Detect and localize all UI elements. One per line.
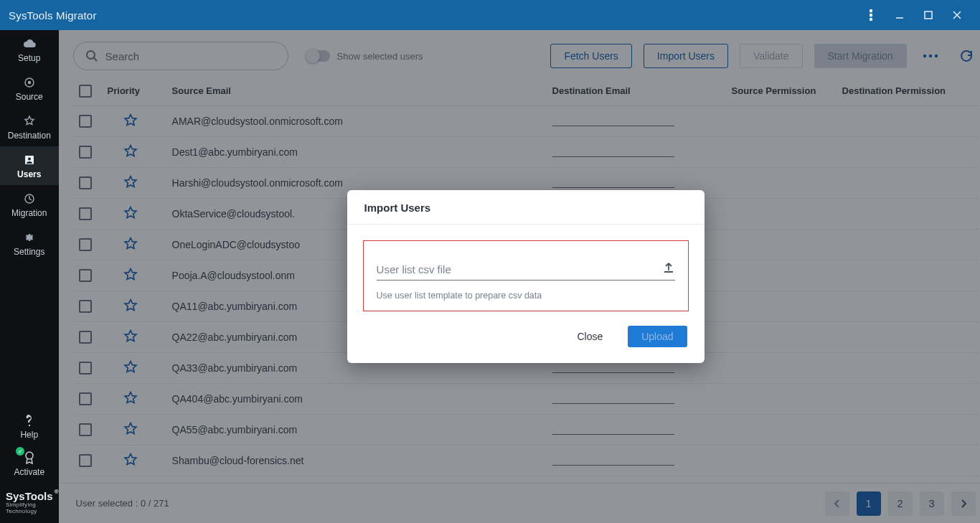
kebab-menu-button[interactable] bbox=[857, 0, 885, 30]
sidebar-item-destination[interactable]: Destination bbox=[0, 108, 59, 146]
minimize-button[interactable] bbox=[885, 0, 914, 30]
close-window-button[interactable] bbox=[943, 0, 971, 30]
app-title: SysTools Migrator bbox=[9, 9, 857, 22]
csv-placeholder: User list csv file bbox=[377, 263, 662, 275]
svg-point-8 bbox=[28, 82, 30, 84]
sidebar-label: Destination bbox=[8, 131, 51, 141]
sidebar-label: Setup bbox=[18, 53, 40, 63]
destination-icon bbox=[23, 115, 36, 128]
svg-point-10 bbox=[28, 158, 31, 161]
sidebar-label: Help bbox=[20, 430, 38, 440]
sidebar-label: Source bbox=[16, 92, 43, 102]
sidebar-item-settings[interactable]: Settings bbox=[0, 224, 59, 263]
modal-title: Import Users bbox=[347, 190, 705, 225]
status-dot-icon: ✓ bbox=[16, 447, 24, 456]
svg-rect-4 bbox=[925, 11, 932, 19]
sidebar-item-help[interactable]: Help bbox=[0, 407, 59, 446]
csv-file-input[interactable]: User list csv file bbox=[377, 261, 675, 281]
brand-logo: SysTools Simplifying Technology bbox=[0, 483, 59, 523]
svg-point-2 bbox=[870, 18, 872, 20]
sidebar-item-source[interactable]: Source bbox=[0, 69, 59, 108]
sidebar-label: Migration bbox=[11, 208, 47, 218]
svg-point-12 bbox=[26, 452, 33, 459]
csv-hint: Use user list template to prepare csv da… bbox=[377, 291, 675, 301]
source-icon bbox=[23, 76, 36, 89]
sidebar-item-users[interactable]: Users bbox=[0, 146, 59, 185]
svg-point-1 bbox=[870, 14, 872, 16]
sidebar-item-setup[interactable]: Setup bbox=[0, 30, 59, 69]
help-icon bbox=[23, 414, 36, 427]
users-icon bbox=[23, 154, 36, 166]
sidebar-item-migration[interactable]: Migration bbox=[0, 185, 59, 224]
cloud-icon bbox=[23, 37, 36, 50]
title-bar: SysTools Migrator bbox=[0, 0, 980, 30]
svg-point-0 bbox=[870, 9, 872, 11]
upload-icon[interactable] bbox=[662, 261, 675, 277]
clock-icon bbox=[23, 192, 36, 205]
gear-icon bbox=[23, 231, 36, 244]
sidebar: Setup Source Destination Users Migration… bbox=[0, 30, 59, 523]
modal-overlay[interactable]: Import Users User list csv file Use user… bbox=[59, 30, 980, 523]
modal-upload-button[interactable]: Upload bbox=[628, 326, 687, 347]
badge-icon bbox=[23, 451, 36, 464]
modal-close-button[interactable]: Close bbox=[563, 326, 616, 347]
sidebar-label: Settings bbox=[14, 247, 44, 257]
sidebar-label: Users bbox=[17, 169, 41, 179]
import-users-modal: Import Users User list csv file Use user… bbox=[347, 190, 705, 363]
csv-field-box: User list csv file Use user list templat… bbox=[363, 240, 689, 311]
main-panel: Show selected users Fetch Users Import U… bbox=[59, 30, 980, 523]
maximize-button[interactable] bbox=[914, 0, 943, 30]
sidebar-label: Activate bbox=[14, 467, 44, 477]
sidebar-item-activate[interactable]: ✓ Activate bbox=[0, 446, 59, 483]
